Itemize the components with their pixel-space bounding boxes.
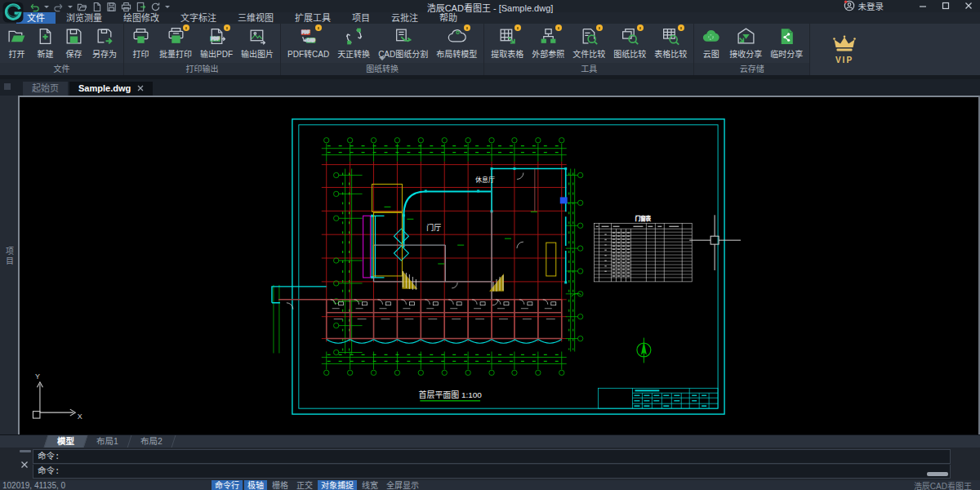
receive-share-button[interactable]: 接收分享 <box>725 25 766 60</box>
toggle-polar[interactable]: 极轴 <box>244 480 267 490</box>
user-avatar-icon <box>844 0 855 13</box>
save-button[interactable]: 保存 <box>60 25 88 60</box>
export-pdf-icon: PDF <box>207 26 227 47</box>
extract-table-button[interactable]: 提取表格 <box>487 25 528 60</box>
wall-grips <box>371 167 567 283</box>
menu-cloud-annotate[interactable]: 云批注 <box>381 12 429 24</box>
vip-badge-icon <box>555 24 562 31</box>
maximize-button[interactable] <box>941 1 951 11</box>
toggle-command-line[interactable]: 命令行 <box>212 480 243 490</box>
layout-tab-model[interactable]: 模型 <box>44 435 88 448</box>
toggle-fullscreen[interactable]: 全屏显示 <box>383 480 422 490</box>
app-logo-icon[interactable] <box>2 2 24 23</box>
menu-text-annotate[interactable]: 文字标注 <box>170 12 227 24</box>
group-dropdown-icon[interactable] <box>379 57 385 64</box>
cad-drawing[interactable]: 门窗表 休息厅 门厅 首层平面图 1:100 <box>20 97 978 434</box>
drawing-canvas[interactable]: 门窗表 休息厅 门厅 首层平面图 1:100 <box>18 96 980 434</box>
accent-shapes <box>363 184 568 277</box>
crosshair-cursor <box>689 215 741 270</box>
file-compare-icon <box>579 26 599 47</box>
svg-text:PDF: PDF <box>211 37 219 42</box>
drawing-compare-button[interactable]: 图纸比较 <box>609 25 650 60</box>
vip-crown-icon <box>831 35 858 56</box>
layout-tab-layout2[interactable]: 布局2 <box>127 435 176 448</box>
window-title: 浩辰CAD看图王 - [Sample.dwg] <box>427 1 554 14</box>
command-window-grip[interactable] <box>20 450 31 452</box>
north-arrow-icon <box>637 338 651 363</box>
layout-to-model-button[interactable]: 布局转模型 <box>432 25 481 60</box>
new-button[interactable]: 新建 <box>31 25 60 60</box>
qat-new-icon[interactable] <box>91 2 102 12</box>
qat-customize-dropdown-icon[interactable] <box>165 6 170 11</box>
qat-save-icon[interactable] <box>106 2 117 12</box>
minimize-button[interactable] <box>918 1 928 11</box>
pdf-to-cad-button[interactable]: PDF CAD PDF转CAD <box>283 25 333 60</box>
ribbon-group-tools: 提取表格 外部参照 <box>484 24 694 75</box>
toggle-ortho[interactable]: 正交 <box>293 480 316 490</box>
toggle-osnap[interactable]: 对象捕捉 <box>318 480 357 490</box>
menu-project[interactable]: 项目 <box>341 12 381 24</box>
tab-start-page[interactable]: 起始页 <box>23 82 68 96</box>
redo-icon[interactable] <box>53 2 64 12</box>
ribbon: 打开 新建 保存 <box>0 24 980 75</box>
menu-extended-tools[interactable]: 扩展工具 <box>284 12 341 24</box>
close-button[interactable] <box>964 1 973 11</box>
table-compare-button[interactable]: 表格比较 <box>650 25 691 60</box>
menu-help[interactable]: 帮助 <box>429 12 468 24</box>
vip-badge-icon <box>464 24 470 31</box>
document-tab-bar: 起始页 Sample.dwg <box>0 79 980 96</box>
ribbon-group-label: 云存储 <box>694 63 809 75</box>
cad-split-button[interactable]: CAD图纸分割 <box>374 25 432 60</box>
command-input-line[interactable]: 命令: <box>33 465 951 479</box>
save-as-button[interactable]: 另存为 <box>88 25 121 60</box>
tab-sample-dwg[interactable]: Sample.dwg <box>69 82 153 96</box>
vip-button[interactable]: VIP <box>831 24 858 75</box>
redo-dropdown-icon[interactable] <box>68 6 73 11</box>
command-scrollbar-thumb[interactable] <box>927 472 948 476</box>
undo-dropdown-icon[interactable] <box>44 6 49 11</box>
batch-print-icon <box>166 26 186 47</box>
panel-toggle-icon[interactable] <box>4 83 11 90</box>
menu-browse-measure[interactable]: 浏览测量 <box>56 12 113 24</box>
qat-open-icon[interactable] <box>77 2 87 12</box>
toggle-grid[interactable]: 栅格 <box>269 480 292 490</box>
tianzheng-convert-button[interactable]: 天正转换 <box>333 25 374 60</box>
print-button[interactable]: 打印 <box>127 25 155 60</box>
room-label-lounge: 休息厅 <box>475 176 495 184</box>
account-button[interactable]: 未登录 <box>844 0 884 12</box>
command-history-line[interactable]: 命令: <box>33 449 951 464</box>
status-brand-text: 浩辰CAD看图王 <box>914 479 972 490</box>
external-reference-icon <box>538 26 559 47</box>
batch-print-button[interactable]: 批量打印 <box>155 25 196 60</box>
temp-share-button[interactable]: 临时分享 <box>766 25 807 60</box>
project-panel-tab[interactable]: 项目 <box>3 247 16 434</box>
ribbon-group-print-output: 打印 批量打印 PDF <box>124 24 281 75</box>
menu-draw-modify[interactable]: 绘图修改 <box>113 12 170 24</box>
export-image-button[interactable]: 输出图片 <box>237 25 278 60</box>
layout-tab-layout1[interactable]: 布局1 <box>84 435 132 448</box>
cloud-drawing-button[interactable]: 云图 <box>697 25 725 60</box>
export-pdf-button[interactable]: PDF 输出PDF <box>196 25 237 60</box>
print-icon <box>131 26 151 47</box>
qat-print-icon[interactable] <box>121 2 131 12</box>
ribbon-group-cloud: 云图 接收分享 <box>694 24 810 75</box>
quick-access-toolbar <box>29 2 170 11</box>
layout-to-model-icon <box>447 26 467 47</box>
login-status: 未登录 <box>858 0 884 12</box>
qat-refresh-icon[interactable] <box>150 2 161 12</box>
svg-text:CAD: CAD <box>307 38 316 42</box>
undo-icon[interactable] <box>29 2 40 12</box>
tab-close-icon[interactable] <box>137 82 144 96</box>
extract-table-icon <box>497 26 518 47</box>
open-icon <box>7 26 27 47</box>
open-button[interactable]: 打开 <box>2 25 31 60</box>
external-reference-button[interactable]: 外部参照 <box>528 25 568 60</box>
tianzheng-convert-icon <box>344 26 364 47</box>
file-compare-button[interactable]: 文件比较 <box>568 25 609 60</box>
qat-export-icon[interactable] <box>136 2 146 12</box>
room-label-hall: 门厅 <box>426 223 441 232</box>
command-close-icon[interactable] <box>20 457 29 466</box>
menu-3d-view[interactable]: 三维视图 <box>227 12 284 24</box>
toggle-lineweight[interactable]: 线宽 <box>359 480 381 490</box>
save-icon <box>64 26 84 47</box>
